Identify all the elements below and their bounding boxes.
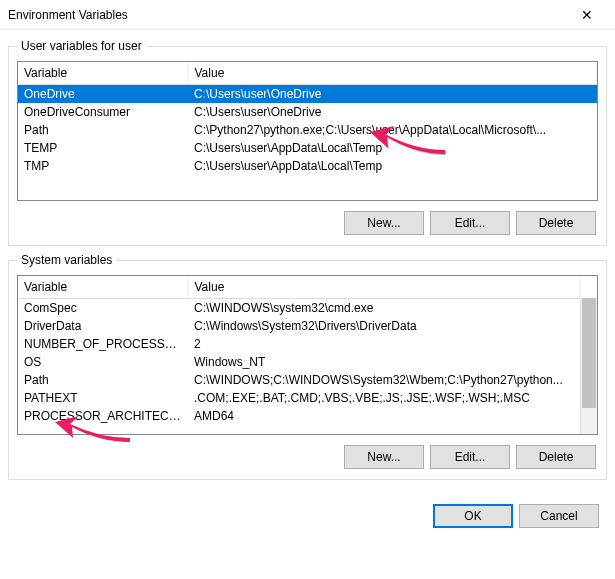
user-edit-button[interactable]: Edit...	[430, 211, 510, 235]
table-row[interactable]: OneDriveC:\Users\user\OneDrive	[18, 84, 597, 103]
table-cell-variable: OneDriveConsumer	[18, 103, 188, 121]
window-title: Environment Variables	[8, 8, 567, 22]
table-row[interactable]: TMPC:\Users\user\AppData\Local\Temp	[18, 157, 597, 175]
table-cell-variable: Path	[18, 371, 188, 389]
close-icon[interactable]: ✕	[567, 0, 607, 30]
scrollbar-thumb[interactable]	[582, 298, 596, 408]
table-cell-value: AMD64	[188, 407, 580, 425]
system-edit-button[interactable]: Edit...	[430, 445, 510, 469]
table-cell-variable: NUMBER_OF_PROCESSORS	[18, 335, 188, 353]
table-row[interactable]: PathC:\WINDOWS;C:\WINDOWS\System32\Wbem;…	[18, 371, 580, 389]
system-col-value[interactable]: Value	[188, 276, 580, 298]
user-delete-button[interactable]: Delete	[516, 211, 596, 235]
system-variables-label: System variables	[17, 253, 116, 267]
ok-button[interactable]: OK	[433, 504, 513, 528]
table-cell-variable: Path	[18, 121, 188, 139]
system-delete-button[interactable]: Delete	[516, 445, 596, 469]
table-row[interactable]: ComSpecC:\WINDOWS\system32\cmd.exe	[18, 298, 580, 317]
table-row[interactable]: PATHEXT.COM;.EXE;.BAT;.CMD;.VBS;.VBE;.JS…	[18, 389, 580, 407]
table-cell-value: C:\Users\user\OneDrive	[188, 84, 597, 103]
table-row[interactable]: PathC:\Python27\python.exe;C:\Users\user…	[18, 121, 597, 139]
table-cell-value: .COM;.EXE;.BAT;.CMD;.VBS;.VBE;.JS;.JSE;.…	[188, 389, 580, 407]
user-variables-buttons: New... Edit... Delete	[17, 201, 598, 237]
table-cell-value: 2	[188, 335, 580, 353]
table-cell-value: C:\Users\user\AppData\Local\Temp	[188, 157, 597, 175]
table-row[interactable]: OSWindows_NT	[18, 353, 580, 371]
cancel-button[interactable]: Cancel	[519, 504, 599, 528]
table-cell-variable: PATHEXT	[18, 389, 188, 407]
user-col-variable[interactable]: Variable	[18, 62, 188, 84]
table-cell-variable: TMP	[18, 157, 188, 175]
table-cell-variable: PROCESSOR_ARCHITECTURE	[18, 407, 188, 425]
table-cell-value: Windows_NT	[188, 353, 580, 371]
table-row[interactable]: NUMBER_OF_PROCESSORS2	[18, 335, 580, 353]
table-row[interactable]: DriverDataC:\Windows\System32\Drivers\Dr…	[18, 317, 580, 335]
system-variables-group: System variables Variable Value ComSpecC…	[8, 260, 607, 480]
user-variables-table[interactable]: Variable Value OneDriveC:\Users\user\One…	[17, 61, 598, 201]
system-col-variable[interactable]: Variable	[18, 276, 188, 298]
table-row[interactable]: TEMPC:\Users\user\AppData\Local\Temp	[18, 139, 597, 157]
table-cell-value: C:\Users\user\OneDrive	[188, 103, 597, 121]
table-row[interactable]: PROCESSOR_ARCHITECTUREAMD64	[18, 407, 580, 425]
system-variables-buttons: New... Edit... Delete	[17, 435, 598, 471]
user-new-button[interactable]: New...	[344, 211, 424, 235]
user-col-value[interactable]: Value	[188, 62, 597, 84]
user-variables-label: User variables for user	[17, 39, 146, 53]
table-row[interactable]: OneDriveConsumerC:\Users\user\OneDrive	[18, 103, 597, 121]
titlebar: Environment Variables ✕	[0, 0, 615, 30]
system-variables-table[interactable]: Variable Value ComSpecC:\WINDOWS\system3…	[17, 275, 598, 435]
dialog-content: User variables for user Variable Value O…	[0, 30, 615, 488]
system-scrollbar[interactable]	[580, 298, 597, 434]
table-cell-variable: DriverData	[18, 317, 188, 335]
table-cell-value: C:\Users\user\AppData\Local\Temp	[188, 139, 597, 157]
table-cell-value: C:\Python27\python.exe;C:\Users\user\App…	[188, 121, 597, 139]
table-cell-variable: OS	[18, 353, 188, 371]
table-cell-value: C:\WINDOWS;C:\WINDOWS\System32\Wbem;C:\P…	[188, 371, 580, 389]
dialog-footer: OK Cancel	[0, 488, 615, 538]
table-cell-value: C:\WINDOWS\system32\cmd.exe	[188, 298, 580, 317]
table-cell-variable: ComSpec	[18, 298, 188, 317]
table-cell-variable: OneDrive	[18, 84, 188, 103]
user-variables-group: User variables for user Variable Value O…	[8, 46, 607, 246]
table-cell-variable: TEMP	[18, 139, 188, 157]
system-new-button[interactable]: New...	[344, 445, 424, 469]
table-cell-value: C:\Windows\System32\Drivers\DriverData	[188, 317, 580, 335]
